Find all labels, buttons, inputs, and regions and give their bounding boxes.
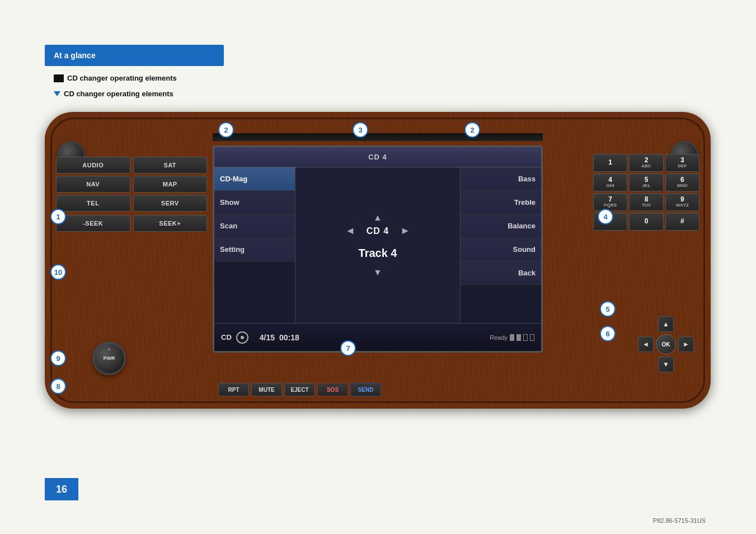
triangle-icon: [54, 91, 60, 96]
main-screen: CD 4 CD-Mag Show Scan Setting ▲ ◄ CD 4 ►…: [213, 146, 543, 353]
keypad-btn-5[interactable]: 5JKL: [629, 174, 663, 191]
callout-8: 8: [50, 378, 66, 394]
btn-seek-fwd[interactable]: SEEK+: [133, 215, 208, 232]
screen-nav-row: ◄ CD 4 ►: [345, 225, 410, 237]
ctrl-row-1: AUDIO SAT: [56, 157, 207, 174]
bottom-buttons-row: RPT MUTE EJECT SOS SEND: [218, 383, 381, 396]
callout-6: 6: [600, 326, 616, 341]
screen-menu-area: CD-Mag Show Scan Setting ▲ ◄ CD 4 ► Trac…: [214, 167, 541, 323]
keypad-btn-3[interactable]: 3DEF: [665, 154, 699, 172]
keypad-btn-2[interactable]: 2ABC: [629, 154, 663, 172]
screen-ready-status: Ready: [490, 334, 534, 341]
screen-time: 00:18: [279, 333, 299, 342]
screen-cd-title: CD 4: [367, 226, 389, 236]
btn-audio[interactable]: AUDIO: [56, 157, 130, 174]
btn-seek-back[interactable]: -SEEK: [56, 215, 130, 232]
callout-3: 3: [353, 122, 368, 138]
nav-up-btn[interactable]: ▲: [658, 316, 674, 332]
left-control-panel: AUDIO SAT NAV MAP TEL SERV -SEEK SEEK+: [56, 157, 207, 232]
nav-left-btn[interactable]: ◄: [638, 336, 654, 352]
nav-cross: ▲ ▼ ◄ ► OK: [638, 316, 694, 372]
screen-left-menu: CD-Mag Show Scan Setting: [214, 167, 295, 323]
keypad-row-1: 1 2ABC 3DEF: [593, 154, 699, 172]
screen-center: ▲ ◄ CD 4 ► Track 4 ▼: [295, 167, 460, 323]
cd-icon: [236, 331, 248, 344]
keypad-btn-1[interactable]: 1: [593, 154, 627, 172]
btn-send[interactable]: SEND: [350, 383, 381, 396]
menu-item-bass[interactable]: Bass: [461, 167, 541, 191]
menu-item-scan[interactable]: Scan: [214, 214, 295, 238]
btn-sat[interactable]: SAT: [133, 157, 208, 174]
status-bar-3: [523, 334, 528, 341]
screen-next-arrow[interactable]: ►: [400, 225, 410, 237]
keypad-btn-0[interactable]: 0: [629, 213, 663, 231]
screen-up-arrow: ▲: [373, 213, 382, 223]
callout-1: 1: [50, 209, 66, 224]
keypad-btn-9[interactable]: 9WXYZ: [665, 193, 699, 211]
header-box: At a glance: [45, 45, 224, 66]
screen-bottom-cd-text: CD: [221, 333, 232, 341]
callout-4: 4: [598, 209, 613, 224]
btn-tel[interactable]: TEL: [56, 195, 130, 212]
menu-item-balance[interactable]: Balance: [461, 214, 541, 238]
screen-track-position: 4/15: [260, 333, 275, 342]
btn-nav[interactable]: NAV: [56, 176, 130, 193]
btn-map[interactable]: MAP: [133, 176, 208, 193]
btn-mute[interactable]: MUTE: [251, 383, 282, 396]
keypad-row-2: 4GHI 5JKL 6MNO: [593, 174, 699, 191]
ctrl-row-2: NAV MAP: [56, 176, 207, 193]
menu-item-back[interactable]: Back: [461, 261, 541, 285]
black-bar-icon: [54, 74, 64, 82]
keypad-btn-hash[interactable]: #: [665, 213, 699, 231]
callout-9: 9: [50, 350, 66, 366]
nav-right-btn[interactable]: ►: [678, 336, 694, 352]
device-unit: CD 4 CD-Mag Show Scan Setting ▲ ◄ CD 4 ►…: [45, 112, 711, 409]
screen-right-menu: Bass Treble Balance Sound Back: [460, 167, 541, 323]
page-number: 16: [45, 478, 78, 500]
screen-track-title: Track 4: [359, 247, 397, 260]
keypad-btn-7[interactable]: 7PQRS: [593, 193, 627, 211]
status-bar-2: [516, 334, 521, 341]
callout-10: 10: [50, 264, 66, 280]
seek-row: -SEEK SEEK+: [56, 215, 207, 232]
menu-item-cd-mag[interactable]: CD-Mag: [214, 167, 295, 191]
cd-icon-inner: [241, 336, 244, 339]
image-reference: P82.86-5715-31US: [653, 517, 706, 524]
screen-prev-arrow[interactable]: ◄: [345, 225, 355, 237]
pwr-knob[interactable]: PWR: [92, 341, 126, 375]
section-label-2: CD changer operating elements: [54, 90, 173, 98]
btn-rpt[interactable]: RPT: [218, 383, 249, 396]
screen-cd-label: CD 4: [368, 153, 387, 161]
keypad-btn-6[interactable]: 6MNO: [665, 174, 699, 191]
keypad-btn-8[interactable]: 8TUV: [629, 193, 663, 211]
cd-slot: [213, 133, 543, 141]
callout-7: 7: [340, 340, 356, 356]
status-bar-1: [510, 334, 514, 341]
menu-item-setting[interactable]: Setting: [214, 238, 295, 261]
ctrl-row-3: TEL SERV: [56, 195, 207, 212]
menu-item-show[interactable]: Show: [214, 191, 295, 214]
screen-top-bar: CD 4: [214, 147, 541, 167]
menu-item-treble[interactable]: Treble: [461, 191, 541, 214]
screen-status-bar: CD 4/15 00:18 Ready: [214, 323, 541, 351]
screen-down-arrow: ▼: [373, 268, 382, 278]
keypad-row-3: 7PQRS 8TUV 9WXYZ: [593, 193, 699, 211]
section-label-1: CD changer operating elements: [54, 74, 177, 82]
btn-eject[interactable]: EJECT: [284, 383, 315, 396]
nav-down-btn[interactable]: ▼: [658, 357, 674, 372]
pwr-section: PWR: [92, 341, 126, 375]
nav-ok-btn[interactable]: OK: [656, 334, 676, 354]
btn-sos[interactable]: SOS: [317, 383, 348, 396]
callout-5: 5: [600, 301, 616, 317]
callout-2b: 2: [464, 122, 480, 138]
ready-text: Ready: [490, 334, 508, 341]
keypad-btn-4[interactable]: 4GHI: [593, 174, 627, 191]
btn-serv[interactable]: SERV: [133, 195, 208, 212]
status-bar-4: [530, 334, 534, 341]
page-title: At a glance: [54, 51, 96, 60]
menu-item-sound[interactable]: Sound: [461, 238, 541, 261]
callout-2a: 2: [218, 122, 234, 138]
